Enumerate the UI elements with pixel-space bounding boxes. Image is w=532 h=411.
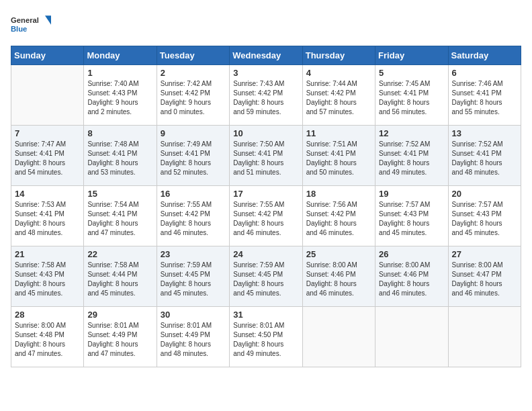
day-number: 9 [161, 128, 226, 138]
calendar-week-row: 21Sunrise: 7:58 AM Sunset: 4:43 PM Dayli… [11, 246, 521, 307]
calendar-day-cell: 25Sunrise: 8:00 AM Sunset: 4:46 PM Dayli… [302, 246, 375, 307]
day-info: Sunrise: 7:57 AM Sunset: 4:43 PM Dayligh… [452, 200, 517, 238]
day-number: 20 [452, 189, 517, 199]
calendar-day-cell: 9Sunrise: 7:49 AM Sunset: 4:41 PM Daylig… [157, 126, 229, 186]
weekday-header: Monday [84, 46, 157, 65]
calendar-day-cell: 23Sunrise: 7:59 AM Sunset: 4:45 PM Dayli… [157, 246, 229, 307]
day-number: 7 [15, 128, 80, 138]
day-info: Sunrise: 7:59 AM Sunset: 4:45 PM Dayligh… [161, 261, 226, 298]
calendar-day-cell: 30Sunrise: 8:01 AM Sunset: 4:49 PM Dayli… [157, 307, 229, 367]
day-number: 10 [233, 128, 298, 138]
calendar-day-cell: 26Sunrise: 8:00 AM Sunset: 4:46 PM Dayli… [375, 246, 448, 307]
calendar-day-cell: 17Sunrise: 7:55 AM Sunset: 4:42 PM Dayli… [230, 186, 302, 246]
calendar-day-cell: 22Sunrise: 7:58 AM Sunset: 4:44 PM Dayli… [84, 246, 157, 307]
logo-svg: General Blue [11, 11, 51, 38]
day-info: Sunrise: 8:00 AM Sunset: 4:46 PM Dayligh… [379, 261, 444, 298]
day-info: Sunrise: 7:54 AM Sunset: 4:41 PM Dayligh… [87, 200, 152, 238]
day-info: Sunrise: 8:01 AM Sunset: 4:49 PM Dayligh… [87, 321, 152, 359]
day-info: Sunrise: 7:59 AM Sunset: 4:45 PM Dayligh… [233, 261, 298, 298]
day-number: 8 [87, 128, 152, 138]
day-number: 1 [87, 68, 152, 78]
day-number: 13 [452, 128, 517, 138]
svg-marker-2 [45, 15, 51, 25]
weekday-header-row: SundayMondayTuesdayWednesdayThursdayFrid… [11, 46, 521, 65]
calendar-day-cell: 16Sunrise: 7:55 AM Sunset: 4:42 PM Dayli… [157, 186, 229, 246]
weekday-header: Thursday [302, 46, 375, 65]
page-header: General Blue [11, 11, 521, 38]
day-number: 30 [161, 310, 226, 320]
day-number: 25 [306, 249, 371, 259]
day-info: Sunrise: 7:50 AM Sunset: 4:41 PM Dayligh… [233, 140, 298, 177]
day-number: 5 [379, 68, 444, 78]
day-number: 21 [15, 249, 80, 259]
calendar-week-row: 28Sunrise: 8:00 AM Sunset: 4:48 PM Dayli… [11, 307, 521, 367]
calendar-day-cell [375, 307, 448, 367]
day-info: Sunrise: 7:49 AM Sunset: 4:41 PM Dayligh… [161, 140, 226, 177]
day-info: Sunrise: 7:53 AM Sunset: 4:41 PM Dayligh… [15, 200, 80, 238]
calendar-day-cell: 1Sunrise: 7:40 AM Sunset: 4:43 PM Daylig… [84, 65, 157, 126]
calendar-day-cell: 11Sunrise: 7:51 AM Sunset: 4:41 PM Dayli… [302, 126, 375, 186]
day-info: Sunrise: 7:52 AM Sunset: 4:41 PM Dayligh… [379, 140, 444, 177]
calendar-day-cell [302, 307, 375, 367]
day-number: 18 [306, 189, 371, 199]
day-number: 27 [452, 249, 517, 259]
day-info: Sunrise: 7:45 AM Sunset: 4:41 PM Dayligh… [379, 79, 444, 117]
day-number: 15 [87, 189, 152, 199]
calendar-day-cell: 19Sunrise: 7:57 AM Sunset: 4:43 PM Dayli… [375, 186, 448, 246]
day-info: Sunrise: 7:55 AM Sunset: 4:42 PM Dayligh… [233, 200, 298, 238]
calendar-day-cell: 4Sunrise: 7:44 AM Sunset: 4:42 PM Daylig… [302, 65, 375, 126]
calendar-day-cell [448, 307, 521, 367]
weekday-header: Wednesday [230, 46, 302, 65]
svg-text:General: General [11, 16, 39, 24]
day-info: Sunrise: 8:01 AM Sunset: 4:49 PM Dayligh… [161, 321, 226, 359]
calendar-day-cell: 8Sunrise: 7:48 AM Sunset: 4:41 PM Daylig… [84, 126, 157, 186]
day-number: 4 [306, 68, 371, 78]
calendar-week-row: 1Sunrise: 7:40 AM Sunset: 4:43 PM Daylig… [11, 65, 521, 126]
day-number: 24 [233, 249, 298, 259]
day-info: Sunrise: 7:52 AM Sunset: 4:41 PM Dayligh… [452, 140, 517, 177]
calendar-day-cell: 24Sunrise: 7:59 AM Sunset: 4:45 PM Dayli… [230, 246, 302, 307]
calendar-table: SundayMondayTuesdayWednesdayThursdayFrid… [11, 46, 521, 367]
day-info: Sunrise: 8:00 AM Sunset: 4:48 PM Dayligh… [15, 321, 80, 359]
day-number: 29 [87, 310, 152, 320]
day-info: Sunrise: 7:57 AM Sunset: 4:43 PM Dayligh… [379, 200, 444, 238]
day-number: 2 [161, 68, 226, 78]
day-info: Sunrise: 7:58 AM Sunset: 4:44 PM Dayligh… [87, 261, 152, 298]
day-info: Sunrise: 7:51 AM Sunset: 4:41 PM Dayligh… [306, 140, 371, 177]
day-number: 26 [379, 249, 444, 259]
calendar-week-row: 14Sunrise: 7:53 AM Sunset: 4:41 PM Dayli… [11, 186, 521, 246]
weekday-header: Saturday [448, 46, 521, 65]
day-number: 12 [379, 128, 444, 138]
day-info: Sunrise: 7:48 AM Sunset: 4:41 PM Dayligh… [87, 140, 152, 177]
day-number: 19 [379, 189, 444, 199]
day-number: 6 [452, 68, 517, 78]
weekday-header: Sunday [11, 46, 84, 65]
calendar-day-cell: 31Sunrise: 8:01 AM Sunset: 4:50 PM Dayli… [230, 307, 302, 367]
calendar-day-cell: 13Sunrise: 7:52 AM Sunset: 4:41 PM Dayli… [448, 126, 521, 186]
day-number: 28 [15, 310, 80, 320]
calendar-day-cell: 29Sunrise: 8:01 AM Sunset: 4:49 PM Dayli… [84, 307, 157, 367]
day-number: 16 [161, 189, 226, 199]
day-info: Sunrise: 8:01 AM Sunset: 4:50 PM Dayligh… [233, 321, 298, 359]
day-number: 23 [161, 249, 226, 259]
calendar-day-cell: 28Sunrise: 8:00 AM Sunset: 4:48 PM Dayli… [11, 307, 84, 367]
day-info: Sunrise: 7:44 AM Sunset: 4:42 PM Dayligh… [306, 79, 371, 117]
calendar-day-cell: 7Sunrise: 7:47 AM Sunset: 4:41 PM Daylig… [11, 126, 84, 186]
day-info: Sunrise: 7:40 AM Sunset: 4:43 PM Dayligh… [87, 79, 152, 117]
day-number: 22 [87, 249, 152, 259]
day-info: Sunrise: 7:56 AM Sunset: 4:42 PM Dayligh… [306, 200, 371, 238]
day-info: Sunrise: 7:58 AM Sunset: 4:43 PM Dayligh… [15, 261, 80, 298]
weekday-header: Tuesday [157, 46, 229, 65]
calendar-week-row: 7Sunrise: 7:47 AM Sunset: 4:41 PM Daylig… [11, 126, 521, 186]
svg-text:Blue: Blue [11, 25, 27, 33]
day-info: Sunrise: 7:43 AM Sunset: 4:42 PM Dayligh… [233, 79, 298, 117]
calendar-day-cell: 2Sunrise: 7:42 AM Sunset: 4:42 PM Daylig… [157, 65, 229, 126]
day-info: Sunrise: 7:47 AM Sunset: 4:41 PM Dayligh… [15, 140, 80, 177]
calendar-day-cell: 10Sunrise: 7:50 AM Sunset: 4:41 PM Dayli… [230, 126, 302, 186]
calendar-day-cell: 21Sunrise: 7:58 AM Sunset: 4:43 PM Dayli… [11, 246, 84, 307]
day-number: 11 [306, 128, 371, 138]
day-info: Sunrise: 7:42 AM Sunset: 4:42 PM Dayligh… [161, 79, 226, 117]
calendar-day-cell: 15Sunrise: 7:54 AM Sunset: 4:41 PM Dayli… [84, 186, 157, 246]
calendar-day-cell [11, 65, 84, 126]
day-info: Sunrise: 7:55 AM Sunset: 4:42 PM Dayligh… [161, 200, 226, 238]
